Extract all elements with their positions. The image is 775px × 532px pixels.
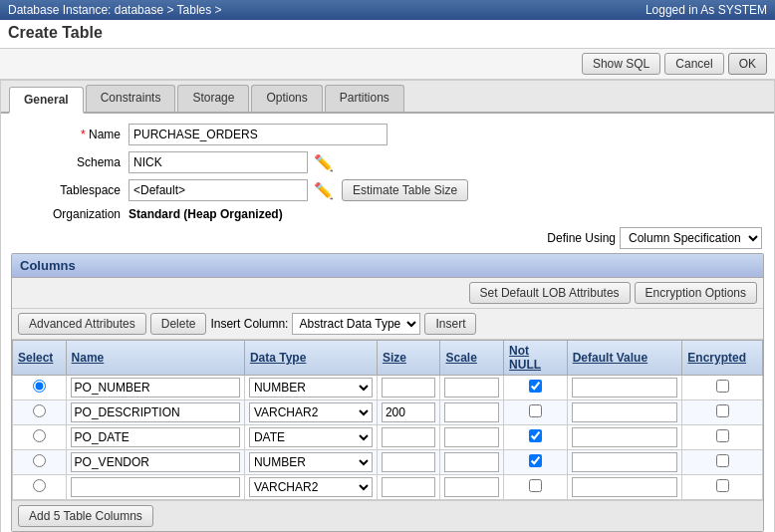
col-scale-input[interactable] (444, 477, 499, 497)
estimate-size-button[interactable]: Estimate Table Size (342, 179, 468, 201)
col-default-input[interactable] (572, 402, 678, 422)
col-select-cell[interactable] (13, 450, 67, 475)
col-name-cell[interactable] (66, 400, 244, 425)
col-notnull-cell[interactable] (504, 376, 568, 400)
col-default-cell[interactable] (567, 425, 682, 450)
col-select-cell[interactable] (13, 376, 67, 400)
name-input[interactable] (129, 124, 388, 145)
tab-options[interactable]: Options (251, 85, 322, 112)
schema-edit-icon[interactable]: ✏️ (314, 153, 334, 172)
tablespace-edit-icon[interactable]: ✏️ (314, 181, 334, 200)
col-datatype-cell[interactable]: NUMBERVARCHAR2DATECHARINTEGERFLOATTIMEST… (244, 376, 377, 400)
col-encrypted-checkbox[interactable] (716, 404, 729, 417)
col-name-cell[interactable] (66, 475, 244, 500)
col-datatype-cell[interactable]: NUMBERVARCHAR2DATECHARINTEGERFLOATTIMEST… (244, 475, 377, 500)
col-datatype-cell[interactable]: NUMBERVARCHAR2DATECHARINTEGERFLOATTIMEST… (244, 450, 377, 475)
col-encrypted-checkbox[interactable] (716, 429, 729, 442)
col-default-cell[interactable] (567, 400, 682, 425)
col-name-cell[interactable] (66, 450, 244, 475)
insert-column-button[interactable]: Insert (424, 313, 476, 335)
col-name-cell[interactable] (66, 376, 244, 400)
col-size-cell[interactable] (377, 475, 440, 500)
col-default-cell[interactable] (567, 376, 682, 400)
col-encrypted-cell[interactable] (682, 450, 763, 475)
col-size-cell[interactable] (377, 450, 440, 475)
col-size-input[interactable] (382, 402, 436, 422)
col-name-input[interactable] (71, 427, 240, 447)
col-default-input[interactable] (572, 427, 678, 447)
show-sql-button[interactable]: Show SQL (582, 53, 660, 75)
col-encrypted-checkbox[interactable] (716, 454, 729, 467)
col-scale-input[interactable] (444, 402, 499, 422)
insert-column-type-select[interactable]: Abstract Data Type Column (292, 313, 420, 335)
col-datatype-select[interactable]: NUMBERVARCHAR2DATECHARINTEGERFLOATTIMEST… (249, 378, 373, 398)
col-select-radio[interactable] (33, 479, 46, 492)
tab-constraints[interactable]: Constraints (86, 85, 176, 112)
col-select-cell[interactable] (13, 425, 67, 450)
advanced-attributes-button[interactable]: Advanced Attributes (18, 313, 146, 335)
col-datatype-cell[interactable]: NUMBERVARCHAR2DATECHARINTEGERFLOATTIMEST… (244, 400, 377, 425)
set-default-lob-button[interactable]: Set Default LOB Attributes (469, 282, 631, 304)
col-size-cell[interactable] (377, 376, 440, 400)
col-select-radio[interactable] (33, 454, 46, 467)
col-encrypted-cell[interactable] (682, 400, 763, 425)
add-table-columns-button[interactable]: Add 5 Table Columns (18, 505, 153, 527)
col-size-input[interactable] (382, 378, 436, 398)
col-default-input[interactable] (572, 477, 678, 497)
col-datatype-select[interactable]: NUMBERVARCHAR2DATECHARINTEGERFLOATTIMEST… (249, 427, 373, 447)
col-default-input[interactable] (572, 452, 678, 472)
col-scale-cell[interactable] (440, 450, 504, 475)
col-name-input[interactable] (71, 452, 240, 472)
col-size-input[interactable] (382, 427, 436, 447)
ok-button[interactable]: OK (728, 53, 767, 75)
col-default-cell[interactable] (567, 475, 682, 500)
tab-general[interactable]: General (9, 87, 84, 114)
col-notnull-checkbox[interactable] (529, 429, 542, 442)
col-scale-cell[interactable] (440, 400, 504, 425)
col-encrypted-checkbox[interactable] (716, 479, 729, 492)
col-notnull-cell[interactable] (504, 475, 568, 500)
col-datatype-select[interactable]: NUMBERVARCHAR2DATECHARINTEGERFLOATTIMEST… (249, 477, 373, 497)
col-encrypted-cell[interactable] (682, 475, 763, 500)
tab-partitions[interactable]: Partitions (325, 85, 404, 112)
col-name-input[interactable] (71, 477, 240, 497)
col-notnull-checkbox[interactable] (529, 454, 542, 467)
col-notnull-checkbox[interactable] (529, 380, 542, 393)
col-scale-cell[interactable] (440, 425, 504, 450)
col-select-radio[interactable] (33, 429, 46, 442)
col-default-input[interactable] (572, 378, 678, 398)
col-notnull-cell[interactable] (504, 450, 568, 475)
col-notnull-cell[interactable] (504, 425, 568, 450)
tablespace-input[interactable] (129, 179, 308, 201)
col-scale-input[interactable] (444, 427, 499, 447)
col-name-input[interactable] (71, 378, 240, 398)
col-name-input[interactable] (71, 402, 240, 422)
col-encrypted-checkbox[interactable] (716, 380, 729, 393)
delete-column-button[interactable]: Delete (150, 313, 207, 335)
col-select-radio[interactable] (33, 380, 46, 393)
schema-input[interactable] (129, 151, 308, 173)
col-size-input[interactable] (382, 477, 436, 497)
col-notnull-cell[interactable] (504, 400, 568, 425)
define-using-select[interactable]: Column Specification (620, 227, 762, 249)
col-size-cell[interactable] (377, 425, 440, 450)
col-datatype-select[interactable]: NUMBERVARCHAR2DATECHARINTEGERFLOATTIMEST… (249, 402, 373, 422)
col-size-input[interactable] (382, 452, 436, 472)
col-select-cell[interactable] (13, 475, 67, 500)
col-name-cell[interactable] (66, 425, 244, 450)
encryption-options-button[interactable]: Encryption Options (635, 282, 757, 304)
col-datatype-select[interactable]: NUMBERVARCHAR2DATECHARINTEGERFLOATTIMEST… (249, 452, 373, 472)
col-notnull-checkbox[interactable] (529, 479, 542, 492)
col-encrypted-cell[interactable] (682, 376, 763, 400)
col-encrypted-cell[interactable] (682, 425, 763, 450)
col-scale-cell[interactable] (440, 475, 504, 500)
col-scale-input[interactable] (444, 452, 499, 472)
col-default-cell[interactable] (567, 450, 682, 475)
cancel-button[interactable]: Cancel (664, 53, 723, 75)
tab-storage[interactable]: Storage (177, 85, 249, 112)
col-notnull-checkbox[interactable] (529, 404, 542, 417)
col-scale-input[interactable] (444, 378, 499, 398)
col-datatype-cell[interactable]: NUMBERVARCHAR2DATECHARINTEGERFLOATTIMEST… (244, 425, 377, 450)
col-size-cell[interactable] (377, 400, 440, 425)
col-select-radio[interactable] (33, 404, 46, 417)
